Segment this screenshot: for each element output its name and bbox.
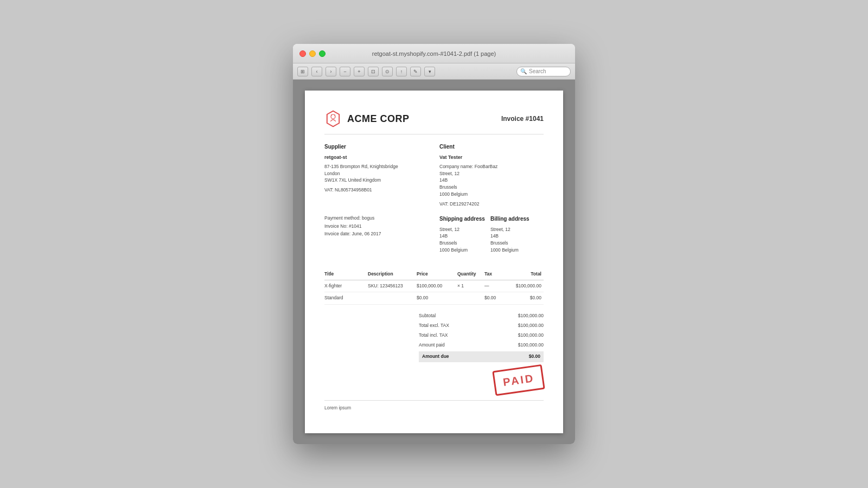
cell-quantity: × 1 (457, 280, 484, 292)
forward-button[interactable]: › (326, 67, 336, 76)
amount-due-value: $0.00 (529, 354, 540, 360)
amount-paid-value: $100,000.00 (518, 342, 544, 349)
col-total: Total (506, 269, 544, 280)
table-row: X-fighter SKU: 123456123 $100,000.00 × 1… (324, 280, 544, 292)
company-name: ACME CORP (347, 112, 410, 126)
client-company: Company name: FooBarBaz (439, 163, 544, 170)
cell-description (368, 292, 417, 305)
billing-address: Street, 12 14B Brussels 1000 Belgium (490, 226, 529, 254)
subtotal-label: Subtotal (419, 313, 436, 319)
totals-table: Subtotal $100,000.00 Total excl. TAX $10… (419, 311, 544, 362)
shipping-address: Street, 12 14B Brussels 1000 Belgium (439, 226, 485, 254)
client-addr-line4: 1000 Belgium (439, 191, 544, 198)
totals-area: Subtotal $100,000.00 Total excl. TAX $10… (324, 311, 544, 362)
billing-address-section: Billing address Street, 12 14B Brussels … (490, 215, 529, 254)
total-excl-label: Total excl. TAX (419, 323, 449, 329)
paid-text: PAID (502, 372, 535, 388)
cell-quantity (457, 292, 484, 305)
supplier-addr-line2: London (324, 170, 429, 177)
amount-due-label: Amount due (422, 354, 449, 360)
ship-line2: 14B (439, 233, 485, 240)
search-icon: 🔍 (520, 68, 527, 74)
cell-price: $100,000.00 (417, 280, 457, 292)
table-row: Standard $0.00 $0.00 $0.00 (324, 292, 544, 305)
col-tax: Tax (484, 269, 506, 280)
ship-line1: Street, 12 (439, 226, 485, 233)
company-logo-icon (324, 110, 342, 127)
annotate-button[interactable]: ✎ (410, 67, 421, 76)
toolbar: ⊞ ‹ › − + ⊡ ⊙ ↑ ✎ ▾ 🔍 Search (293, 63, 575, 80)
paid-area: PAID (324, 368, 544, 393)
amount-paid-row: Amount paid $100,000.00 (419, 341, 544, 350)
supplier-addr-line1: 87-135 Brompton Rd, Knightsbridge (324, 163, 429, 170)
ship-line4: 1000 Belgium (439, 247, 485, 254)
browser-window: retgoat-st.myshopify.com-#1041-2.pdf (1 … (293, 44, 575, 444)
supplier-addr-line3: SW1X 7XL United Kingdom (324, 177, 429, 184)
amount-paid-label: Amount paid (419, 342, 445, 349)
window-title: retgoat-st.myshopify.com-#1041-2.pdf (1 … (372, 50, 496, 57)
col-price: Price (417, 269, 457, 280)
footer-divider (324, 400, 544, 401)
header-divider (324, 134, 544, 134)
cell-description: SKU: 123456123 (368, 280, 417, 292)
titlebar: retgoat-st.myshopify.com-#1041-2.pdf (1 … (293, 44, 575, 63)
share-button[interactable]: ↑ (396, 67, 407, 76)
billing-title: Billing address (490, 215, 529, 223)
client-title: Client (439, 143, 544, 151)
address-section: Shipping address Street, 12 14B Brussels… (439, 215, 544, 261)
subtotal-row: Subtotal $100,000.00 (419, 311, 544, 321)
cell-total: $100,000.00 (506, 280, 544, 292)
col-title: Title (324, 269, 368, 280)
cell-tax: — (484, 280, 506, 292)
col-description: Description (368, 269, 417, 280)
annotate-dropdown[interactable]: ▾ (424, 67, 435, 76)
close-button[interactable] (299, 50, 306, 57)
subtotal-value: $100,000.00 (518, 313, 544, 319)
zoom-in-button[interactable]: + (354, 67, 365, 76)
payment-section: Payment method: bogus Invoice No: #1041 … (324, 215, 429, 261)
search-label: Search (529, 68, 546, 74)
cell-title: Standard (324, 292, 368, 305)
shipping-address-section: Shipping address Street, 12 14B Brussels… (439, 215, 485, 254)
fit-button[interactable]: ⊡ (368, 67, 379, 76)
total-incl-label: Total incl. TAX (419, 332, 448, 339)
paid-stamp: PAID (492, 364, 545, 396)
cell-price: $0.00 (417, 292, 457, 305)
maximize-button[interactable] (319, 50, 326, 57)
ship-line3: Brussels (439, 240, 485, 247)
col-quantity: Quantity (457, 269, 484, 280)
supplier-client-section: Supplier retgoat-st 87-135 Brompton Rd, … (324, 143, 544, 207)
total-incl-row: Total incl. TAX $100,000.00 (419, 331, 544, 341)
supplier-vat: VAT: NL805734958B01 (324, 187, 429, 194)
supplier-name: retgoat-st (324, 154, 429, 161)
client-addr-line3: Brussels (439, 184, 544, 191)
search-bar[interactable]: 🔍 Search (516, 67, 571, 76)
client-address: Company name: FooBarBaz Street, 12 14B B… (439, 163, 544, 198)
pdf-page: ACME CORP Invoice #1041 Supplier retgoat… (305, 91, 563, 433)
payment-shipping-section: Payment method: bogus Invoice No: #1041 … (324, 215, 544, 261)
back-button[interactable]: ‹ (311, 67, 322, 76)
bill-line3: Brussels (490, 240, 529, 247)
bookmark-button[interactable]: ⊙ (382, 67, 393, 76)
supplier-address: 87-135 Brompton Rd, Knightsbridge London… (324, 163, 429, 184)
client-addr-line2: 14B (439, 177, 544, 184)
total-excl-value: $100,000.00 (518, 323, 544, 329)
address-columns: Shipping address Street, 12 14B Brussels… (439, 215, 544, 254)
invoice-header: ACME CORP Invoice #1041 (324, 110, 544, 127)
invoice-no: Invoice No: #1041 (324, 223, 429, 230)
sidebar-toggle-button[interactable]: ⊞ (297, 67, 308, 76)
footer-text: Lorem ipsum (324, 405, 544, 412)
invoice-number: Invoice #1041 (501, 110, 544, 124)
minimize-button[interactable] (309, 50, 316, 57)
logo-area: ACME CORP (324, 110, 410, 127)
bill-line4: 1000 Belgium (490, 247, 529, 254)
invoice-table: Title Description Price Quantity Tax Tot… (324, 269, 544, 305)
bill-line2: 14B (490, 233, 529, 240)
supplier-section: Supplier retgoat-st 87-135 Brompton Rd, … (324, 143, 429, 207)
zoom-out-button[interactable]: − (340, 67, 350, 76)
cell-tax: $0.00 (484, 292, 506, 305)
traffic-lights (299, 50, 326, 57)
invoice-date: Invoice date: June, 06 2017 (324, 231, 429, 237)
total-excl-row: Total excl. TAX $100,000.00 (419, 321, 544, 331)
total-incl-value: $100,000.00 (518, 332, 544, 339)
